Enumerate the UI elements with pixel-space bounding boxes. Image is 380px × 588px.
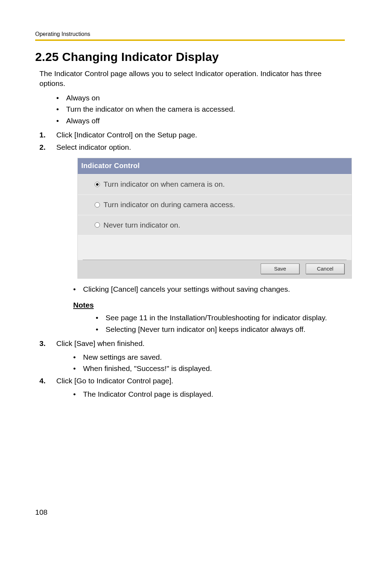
list-item: New settings are saved. [73, 352, 345, 363]
list-item: The Indicator Control page is displayed. [73, 389, 345, 400]
step-number: 2. [39, 142, 46, 153]
header-rule [35, 39, 345, 41]
radio-icon[interactable] [95, 202, 100, 208]
radio-icon[interactable] [95, 182, 100, 187]
step-1: 1. Click [Indicator Control] on the Setu… [39, 129, 345, 141]
intro-paragraph: The Indicator Control page allows you to… [39, 69, 345, 89]
panel-title: Indicator Control [78, 158, 352, 174]
section-title: 2.25 Changing Indicator Display [35, 50, 345, 64]
step-text: Click [Save] when finished. [56, 339, 145, 347]
list-item: Always off [56, 115, 345, 127]
radio-label: Turn indicator on when camera is on. [103, 179, 225, 190]
list-item: Always on [56, 92, 345, 104]
indicator-control-panel: Indicator Control Turn indicator on when… [77, 158, 352, 279]
panel-spacer [83, 235, 347, 260]
list-item: Clicking [Cancel] cancels your settings … [73, 284, 345, 295]
list-item: Turn the indicator on when the camera is… [56, 104, 345, 115]
running-head: Operating Instructions [35, 31, 345, 37]
list-item: When finished, "Success!" is displayed. [73, 363, 345, 375]
cancel-button[interactable]: Cancel [306, 264, 344, 274]
step-number: 4. [39, 375, 46, 387]
list-item: See page 11 in the Installation/Troubles… [96, 312, 345, 324]
step-2: 2. Select indicator option. Indicator Co… [39, 142, 345, 335]
radio-label: Turn indicator on during camera access. [103, 199, 235, 211]
step-3: 3. Click [Save] when finished. New setti… [39, 338, 345, 375]
step-number: 1. [39, 129, 46, 141]
button-bar: Save Cancel [78, 260, 352, 278]
radio-label: Never turn indicator on. [103, 219, 180, 231]
step-text: Select indicator option. [56, 143, 131, 151]
list-item: Selecting [Never turn indicator on] keep… [96, 324, 345, 335]
notes-heading: Notes [73, 299, 345, 311]
save-button[interactable]: Save [261, 264, 299, 274]
indicator-control-figure: Indicator Control Turn indicator on when… [77, 158, 345, 279]
step-text: Click [Indicator Control] on the Setup p… [56, 131, 197, 139]
radio-option-on-when-camera-on[interactable]: Turn indicator on when camera is on. [78, 174, 352, 195]
step-4: 4. Click [Go to Indicator Control page].… [39, 375, 345, 400]
notes-list: See page 11 in the Installation/Troubles… [96, 312, 345, 335]
radio-option-on-during-access[interactable]: Turn indicator on during camera access. [78, 195, 352, 215]
page-number: 108 [35, 508, 48, 516]
options-list: Always on Turn the indicator on when the… [56, 92, 345, 127]
step-text: Click [Go to Indicator Control page]. [56, 377, 173, 385]
radio-option-never-on[interactable]: Never turn indicator on. [78, 215, 352, 236]
radio-icon[interactable] [95, 222, 100, 228]
step-number: 3. [39, 338, 46, 349]
